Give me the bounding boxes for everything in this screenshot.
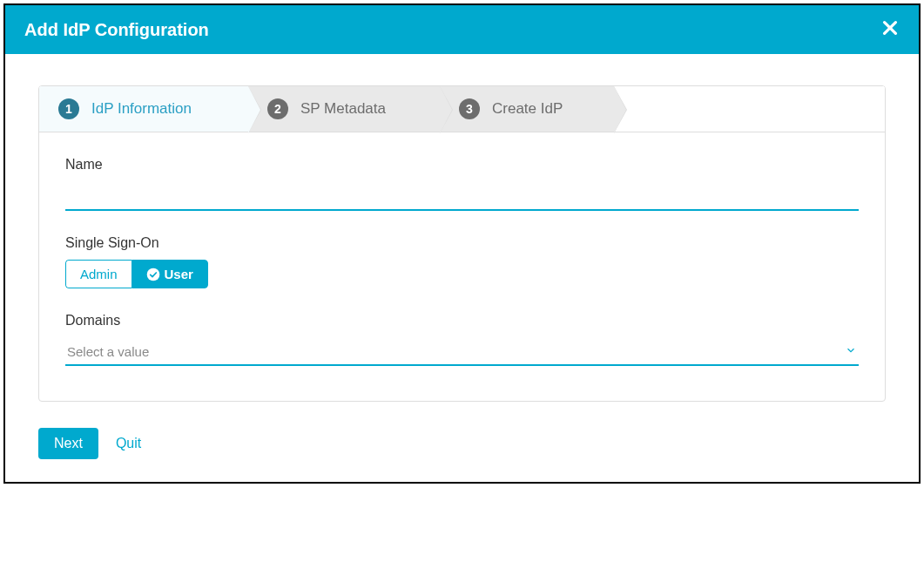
name-label: Name bbox=[65, 157, 859, 173]
sso-admin-label: Admin bbox=[80, 267, 118, 281]
name-group: Name bbox=[65, 157, 859, 211]
step-idp-information[interactable]: 1 IdP Information bbox=[39, 86, 248, 132]
form-body: Name Single Sign-On Admin bbox=[39, 132, 885, 401]
domains-placeholder: Select a value bbox=[67, 344, 149, 359]
close-icon[interactable] bbox=[880, 17, 900, 42]
step-number-3: 3 bbox=[459, 98, 480, 119]
wizard-container: 1 IdP Information 2 SP Metadata 3 Create… bbox=[38, 85, 886, 402]
sso-label: Single Sign-On bbox=[65, 235, 859, 251]
next-button[interactable]: Next bbox=[38, 428, 98, 459]
domains-select[interactable]: Select a value bbox=[65, 337, 859, 366]
sso-admin-button[interactable]: Admin bbox=[65, 260, 132, 288]
sso-group: Single Sign-On Admin bbox=[65, 235, 859, 288]
chevron-down-icon bbox=[845, 344, 857, 359]
add-idp-modal: Add IdP Configuration 1 IdP Information … bbox=[3, 3, 921, 484]
step-create-idp[interactable]: 3 Create IdP bbox=[440, 86, 614, 132]
domains-group: Domains Select a value bbox=[65, 313, 859, 366]
step-number-1: 1 bbox=[58, 98, 79, 119]
step-sp-metadata[interactable]: 2 SP Metadata bbox=[248, 86, 440, 132]
modal-title: Add IdP Configuration bbox=[24, 20, 209, 40]
step-spacer bbox=[614, 86, 885, 132]
modal-footer: Next Quit bbox=[5, 410, 919, 482]
check-circle-icon bbox=[146, 268, 160, 281]
sso-user-button[interactable]: User bbox=[132, 260, 208, 288]
modal-header: Add IdP Configuration bbox=[5, 5, 919, 54]
modal-body: 1 IdP Information 2 SP Metadata 3 Create… bbox=[5, 54, 919, 410]
sso-user-label: User bbox=[165, 267, 193, 281]
quit-button[interactable]: Quit bbox=[116, 436, 141, 451]
name-input[interactable] bbox=[65, 181, 859, 211]
domains-label: Domains bbox=[65, 313, 859, 329]
sso-toggle: Admin User bbox=[65, 260, 208, 288]
step-label: SP Metadata bbox=[300, 100, 386, 118]
step-label: Create IdP bbox=[492, 100, 563, 118]
svg-point-2 bbox=[146, 268, 159, 281]
step-number-2: 2 bbox=[267, 98, 288, 119]
step-label: IdP Information bbox=[91, 100, 192, 118]
wizard-steps: 1 IdP Information 2 SP Metadata 3 Create… bbox=[39, 86, 885, 132]
